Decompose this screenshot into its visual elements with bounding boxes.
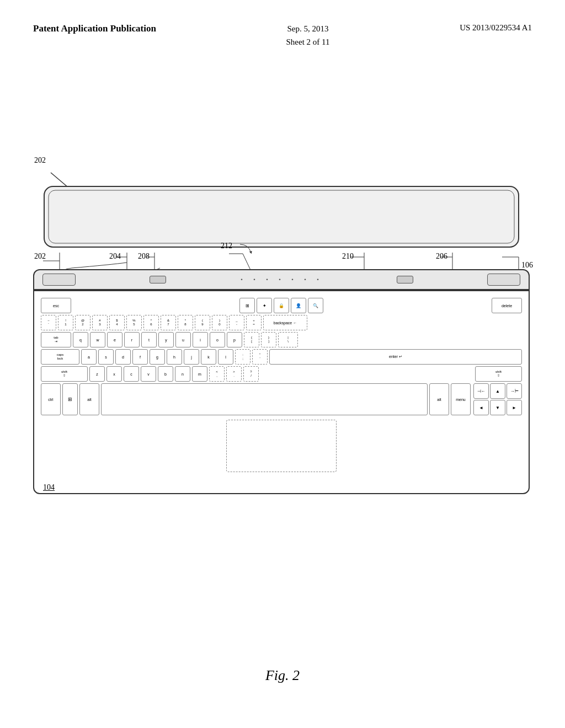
key-period[interactable]: >. [226, 366, 242, 382]
key-z[interactable]: z [89, 366, 105, 382]
key-n[interactable]: n [175, 366, 190, 382]
key-alt-right[interactable]: alt [429, 383, 449, 415]
key-semicolon[interactable]: :; [235, 349, 250, 365]
key-3[interactable]: #3 [92, 315, 108, 330]
key-comma[interactable]: <, [209, 366, 225, 382]
camera-right [397, 276, 413, 283]
key-j[interactable]: j [184, 349, 199, 365]
key-4[interactable]: $4 [109, 315, 125, 330]
key-i[interactable]: i [193, 332, 208, 347]
key-menu[interactable]: menu [451, 383, 471, 415]
key-5[interactable]: %5 [126, 315, 142, 330]
key-minus[interactable]: _- [229, 315, 244, 330]
svg-rect-1 [44, 186, 519, 247]
key-shift-right[interactable]: shift⇧ [475, 366, 522, 382]
key-rbracket[interactable]: }] [261, 332, 276, 347]
key-w[interactable]: w [90, 332, 105, 347]
key-b[interactable]: b [158, 366, 173, 382]
key-fn4[interactable]: 👤 [291, 298, 306, 313]
key-backslash[interactable]: |\ [278, 332, 298, 347]
key-y[interactable]: y [158, 332, 174, 347]
key-2[interactable]: @2 [75, 315, 90, 330]
label-200: 202 [34, 156, 46, 165]
key-v[interactable]: v [141, 366, 156, 382]
touchpad[interactable] [226, 420, 337, 472]
key-a[interactable]: a [81, 349, 97, 365]
number-row: ~` !1 @2 #3 $4 %5 ^6 &7 [41, 315, 522, 330]
dots-center: · · · · · · · [240, 272, 323, 287]
key-slash[interactable]: ?/ [243, 366, 259, 382]
key-backspace[interactable]: backspace ← [263, 315, 307, 330]
key-h[interactable]: h [167, 349, 182, 365]
key-e[interactable]: e [107, 332, 122, 347]
key-end[interactable]: →⊢ [507, 383, 522, 399]
key-9[interactable]: (9 [195, 315, 210, 330]
connector-right [487, 274, 520, 286]
key-0[interactable]: )0 [212, 315, 227, 330]
ref-208: 208 [138, 252, 150, 261]
key-6[interactable]: ^6 [143, 315, 159, 330]
key-u[interactable]: u [175, 332, 191, 347]
key-alt-left[interactable]: alt [79, 383, 99, 415]
key-l[interactable]: l [218, 349, 233, 365]
qwerty-row: tab⇥ q w e r t y u i o p {[ }] |\ [41, 332, 522, 347]
page-header: Patent Application Publication Sep. 5, 2… [0, 0, 565, 60]
key-m[interactable]: m [192, 366, 207, 382]
key-s[interactable]: s [98, 349, 114, 365]
key-pageup[interactable]: ◄ [473, 400, 489, 415]
patent-number: US 2013/0229534 A1 [460, 22, 532, 34]
key-o[interactable]: o [210, 332, 225, 347]
publication-date: Sep. 5, 2013 [286, 22, 330, 35]
label-104: 104 [43, 483, 55, 492]
ref-210: 210 [342, 252, 354, 261]
key-fn3[interactable]: 🔒 [274, 298, 289, 313]
bottom-row: ctrl ⊞ alt alt menu ⊣← ▲ →⊢ ◄ ▼ ► [41, 383, 522, 415]
key-8[interactable]: *8 [178, 315, 193, 330]
key-space[interactable] [101, 383, 428, 415]
publication-title: Patent Application Publication [33, 22, 156, 35]
ref-206: 206 [436, 252, 447, 261]
key-f[interactable]: f [132, 349, 148, 365]
key-down[interactable]: ▼ [490, 400, 505, 415]
key-fn5[interactable]: 🔍 [308, 298, 323, 313]
key-r[interactable]: r [124, 332, 140, 347]
key-c[interactable]: c [124, 366, 139, 382]
key-delete[interactable]: delete [492, 298, 522, 313]
ref-106: 106 [521, 261, 533, 270]
key-enter[interactable]: enter ↵ [269, 349, 522, 365]
connector-left [42, 274, 76, 286]
key-ctrl[interactable]: ctrl [41, 383, 61, 415]
key-x[interactable]: x [106, 366, 122, 382]
ref-202: 202 [34, 252, 46, 261]
key-home[interactable]: ⊣← [473, 383, 489, 399]
key-p[interactable]: p [227, 332, 242, 347]
key-tilde[interactable]: ~` [41, 315, 56, 330]
key-esc[interactable]: esc [41, 298, 71, 313]
key-capslock[interactable]: capslock [41, 349, 79, 365]
key-tab[interactable]: tab⇥ [41, 332, 71, 347]
keyboard-body: esc ⊞ ✦ 🔒 👤 🔍 delete ~` !1 @2 #3 [33, 290, 530, 494]
svg-line-0 [51, 173, 80, 197]
arrow-212 [221, 242, 265, 258]
header-center: Sep. 5, 2013 Sheet 2 of 11 [286, 22, 330, 49]
zxcv-row: shift⇧ z x c v b n m <, >. ?/ shift⇧ [41, 366, 522, 382]
key-k[interactable]: k [201, 349, 216, 365]
key-7[interactable]: &7 [161, 315, 176, 330]
svg-rect-2 [49, 190, 514, 243]
key-up[interactable]: ▲ [490, 383, 505, 399]
key-q[interactable]: q [73, 332, 88, 347]
key-shift-left[interactable]: shift⇧ [41, 366, 88, 382]
key-quote[interactable]: "' [252, 349, 268, 365]
key-equals[interactable]: += [246, 315, 262, 330]
key-1[interactable]: !1 [58, 315, 73, 330]
key-lbracket[interactable]: {[ [244, 332, 259, 347]
ref-204: 204 [109, 252, 121, 261]
key-g[interactable]: g [150, 349, 165, 365]
key-fn1[interactable]: ⊞ [239, 298, 255, 313]
camera-left [150, 276, 166, 283]
key-pagedown[interactable]: ► [507, 400, 522, 415]
key-fn2[interactable]: ✦ [257, 298, 272, 313]
key-t[interactable]: t [141, 332, 157, 347]
key-d[interactable]: d [115, 349, 131, 365]
key-windows[interactable]: ⊞ [62, 383, 78, 415]
